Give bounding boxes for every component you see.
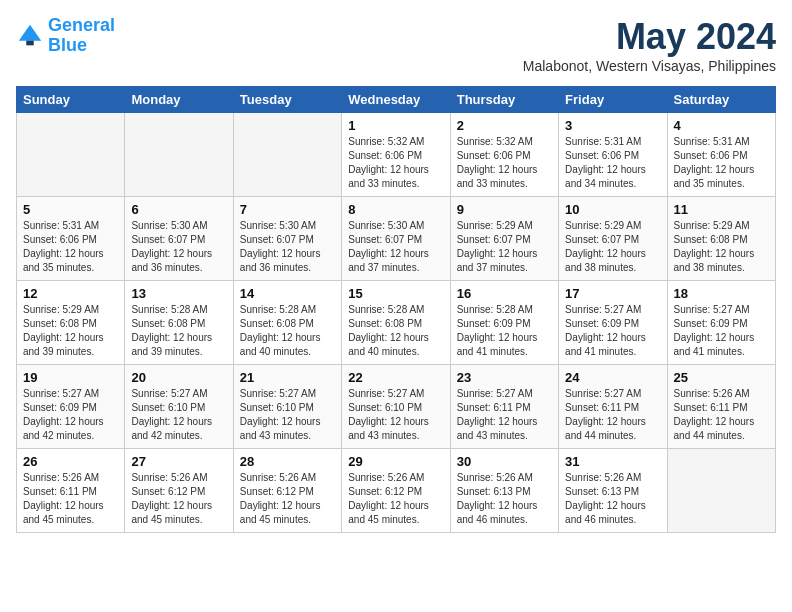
day-cell: 12Sunrise: 5:29 AM Sunset: 6:08 PM Dayli… — [17, 281, 125, 365]
day-cell: 2Sunrise: 5:32 AM Sunset: 6:06 PM Daylig… — [450, 113, 558, 197]
day-cell: 31Sunrise: 5:26 AM Sunset: 6:13 PM Dayli… — [559, 449, 667, 533]
day-info: Sunrise: 5:29 AM Sunset: 6:08 PM Dayligh… — [674, 219, 769, 275]
logo-icon — [16, 22, 44, 50]
location: Malabonot, Western Visayas, Philippines — [523, 58, 776, 74]
day-number: 4 — [674, 118, 769, 133]
weekday-header-row: SundayMondayTuesdayWednesdayThursdayFrid… — [17, 87, 776, 113]
day-info: Sunrise: 5:32 AM Sunset: 6:06 PM Dayligh… — [457, 135, 552, 191]
day-info: Sunrise: 5:27 AM Sunset: 6:11 PM Dayligh… — [457, 387, 552, 443]
weekday-header-saturday: Saturday — [667, 87, 775, 113]
day-info: Sunrise: 5:27 AM Sunset: 6:11 PM Dayligh… — [565, 387, 660, 443]
day-number: 28 — [240, 454, 335, 469]
weekday-header-sunday: Sunday — [17, 87, 125, 113]
day-info: Sunrise: 5:26 AM Sunset: 6:12 PM Dayligh… — [348, 471, 443, 527]
day-info: Sunrise: 5:27 AM Sunset: 6:09 PM Dayligh… — [565, 303, 660, 359]
svg-rect-1 — [26, 40, 33, 45]
day-number: 27 — [131, 454, 226, 469]
day-number: 13 — [131, 286, 226, 301]
day-cell: 19Sunrise: 5:27 AM Sunset: 6:09 PM Dayli… — [17, 365, 125, 449]
day-number: 22 — [348, 370, 443, 385]
day-cell: 23Sunrise: 5:27 AM Sunset: 6:11 PM Dayli… — [450, 365, 558, 449]
day-cell: 21Sunrise: 5:27 AM Sunset: 6:10 PM Dayli… — [233, 365, 341, 449]
day-cell: 24Sunrise: 5:27 AM Sunset: 6:11 PM Dayli… — [559, 365, 667, 449]
weekday-header-wednesday: Wednesday — [342, 87, 450, 113]
week-row-4: 19Sunrise: 5:27 AM Sunset: 6:09 PM Dayli… — [17, 365, 776, 449]
day-cell: 6Sunrise: 5:30 AM Sunset: 6:07 PM Daylig… — [125, 197, 233, 281]
day-info: Sunrise: 5:26 AM Sunset: 6:13 PM Dayligh… — [457, 471, 552, 527]
day-number: 2 — [457, 118, 552, 133]
day-cell: 7Sunrise: 5:30 AM Sunset: 6:07 PM Daylig… — [233, 197, 341, 281]
day-number: 5 — [23, 202, 118, 217]
day-info: Sunrise: 5:29 AM Sunset: 6:08 PM Dayligh… — [23, 303, 118, 359]
day-cell: 30Sunrise: 5:26 AM Sunset: 6:13 PM Dayli… — [450, 449, 558, 533]
day-cell: 26Sunrise: 5:26 AM Sunset: 6:11 PM Dayli… — [17, 449, 125, 533]
month-title: May 2024 — [523, 16, 776, 58]
day-cell: 18Sunrise: 5:27 AM Sunset: 6:09 PM Dayli… — [667, 281, 775, 365]
day-number: 12 — [23, 286, 118, 301]
svg-marker-0 — [19, 25, 41, 41]
day-number: 10 — [565, 202, 660, 217]
day-number: 24 — [565, 370, 660, 385]
day-info: Sunrise: 5:30 AM Sunset: 6:07 PM Dayligh… — [131, 219, 226, 275]
weekday-header-thursday: Thursday — [450, 87, 558, 113]
day-info: Sunrise: 5:28 AM Sunset: 6:09 PM Dayligh… — [457, 303, 552, 359]
day-cell: 27Sunrise: 5:26 AM Sunset: 6:12 PM Dayli… — [125, 449, 233, 533]
day-number: 14 — [240, 286, 335, 301]
day-number: 1 — [348, 118, 443, 133]
day-number: 7 — [240, 202, 335, 217]
day-number: 19 — [23, 370, 118, 385]
day-number: 3 — [565, 118, 660, 133]
day-number: 15 — [348, 286, 443, 301]
day-cell — [667, 449, 775, 533]
day-cell: 16Sunrise: 5:28 AM Sunset: 6:09 PM Dayli… — [450, 281, 558, 365]
day-info: Sunrise: 5:29 AM Sunset: 6:07 PM Dayligh… — [457, 219, 552, 275]
day-info: Sunrise: 5:26 AM Sunset: 6:13 PM Dayligh… — [565, 471, 660, 527]
day-cell: 22Sunrise: 5:27 AM Sunset: 6:10 PM Dayli… — [342, 365, 450, 449]
day-cell: 3Sunrise: 5:31 AM Sunset: 6:06 PM Daylig… — [559, 113, 667, 197]
day-number: 25 — [674, 370, 769, 385]
day-cell: 9Sunrise: 5:29 AM Sunset: 6:07 PM Daylig… — [450, 197, 558, 281]
day-cell — [233, 113, 341, 197]
page-header: General Blue May 2024 Malabonot, Western… — [16, 16, 776, 74]
weekday-header-tuesday: Tuesday — [233, 87, 341, 113]
day-info: Sunrise: 5:31 AM Sunset: 6:06 PM Dayligh… — [23, 219, 118, 275]
day-cell — [125, 113, 233, 197]
day-cell: 14Sunrise: 5:28 AM Sunset: 6:08 PM Dayli… — [233, 281, 341, 365]
day-info: Sunrise: 5:27 AM Sunset: 6:10 PM Dayligh… — [348, 387, 443, 443]
day-cell: 10Sunrise: 5:29 AM Sunset: 6:07 PM Dayli… — [559, 197, 667, 281]
calendar-table: SundayMondayTuesdayWednesdayThursdayFrid… — [16, 86, 776, 533]
day-cell: 29Sunrise: 5:26 AM Sunset: 6:12 PM Dayli… — [342, 449, 450, 533]
day-number: 8 — [348, 202, 443, 217]
day-info: Sunrise: 5:26 AM Sunset: 6:11 PM Dayligh… — [674, 387, 769, 443]
day-number: 23 — [457, 370, 552, 385]
day-cell: 25Sunrise: 5:26 AM Sunset: 6:11 PM Dayli… — [667, 365, 775, 449]
day-info: Sunrise: 5:26 AM Sunset: 6:11 PM Dayligh… — [23, 471, 118, 527]
day-number: 18 — [674, 286, 769, 301]
day-cell: 17Sunrise: 5:27 AM Sunset: 6:09 PM Dayli… — [559, 281, 667, 365]
day-info: Sunrise: 5:30 AM Sunset: 6:07 PM Dayligh… — [240, 219, 335, 275]
day-number: 29 — [348, 454, 443, 469]
day-cell: 4Sunrise: 5:31 AM Sunset: 6:06 PM Daylig… — [667, 113, 775, 197]
day-info: Sunrise: 5:28 AM Sunset: 6:08 PM Dayligh… — [131, 303, 226, 359]
weekday-header-monday: Monday — [125, 87, 233, 113]
day-info: Sunrise: 5:27 AM Sunset: 6:09 PM Dayligh… — [674, 303, 769, 359]
day-cell: 11Sunrise: 5:29 AM Sunset: 6:08 PM Dayli… — [667, 197, 775, 281]
week-row-1: 1Sunrise: 5:32 AM Sunset: 6:06 PM Daylig… — [17, 113, 776, 197]
title-block: May 2024 Malabonot, Western Visayas, Phi… — [523, 16, 776, 74]
day-cell: 13Sunrise: 5:28 AM Sunset: 6:08 PM Dayli… — [125, 281, 233, 365]
day-number: 30 — [457, 454, 552, 469]
day-info: Sunrise: 5:26 AM Sunset: 6:12 PM Dayligh… — [240, 471, 335, 527]
day-info: Sunrise: 5:29 AM Sunset: 6:07 PM Dayligh… — [565, 219, 660, 275]
day-info: Sunrise: 5:27 AM Sunset: 6:09 PM Dayligh… — [23, 387, 118, 443]
week-row-2: 5Sunrise: 5:31 AM Sunset: 6:06 PM Daylig… — [17, 197, 776, 281]
day-cell: 28Sunrise: 5:26 AM Sunset: 6:12 PM Dayli… — [233, 449, 341, 533]
day-number: 26 — [23, 454, 118, 469]
day-info: Sunrise: 5:32 AM Sunset: 6:06 PM Dayligh… — [348, 135, 443, 191]
day-info: Sunrise: 5:28 AM Sunset: 6:08 PM Dayligh… — [348, 303, 443, 359]
logo: General Blue — [16, 16, 115, 56]
day-info: Sunrise: 5:31 AM Sunset: 6:06 PM Dayligh… — [674, 135, 769, 191]
day-info: Sunrise: 5:27 AM Sunset: 6:10 PM Dayligh… — [240, 387, 335, 443]
day-number: 21 — [240, 370, 335, 385]
day-number: 20 — [131, 370, 226, 385]
week-row-5: 26Sunrise: 5:26 AM Sunset: 6:11 PM Dayli… — [17, 449, 776, 533]
